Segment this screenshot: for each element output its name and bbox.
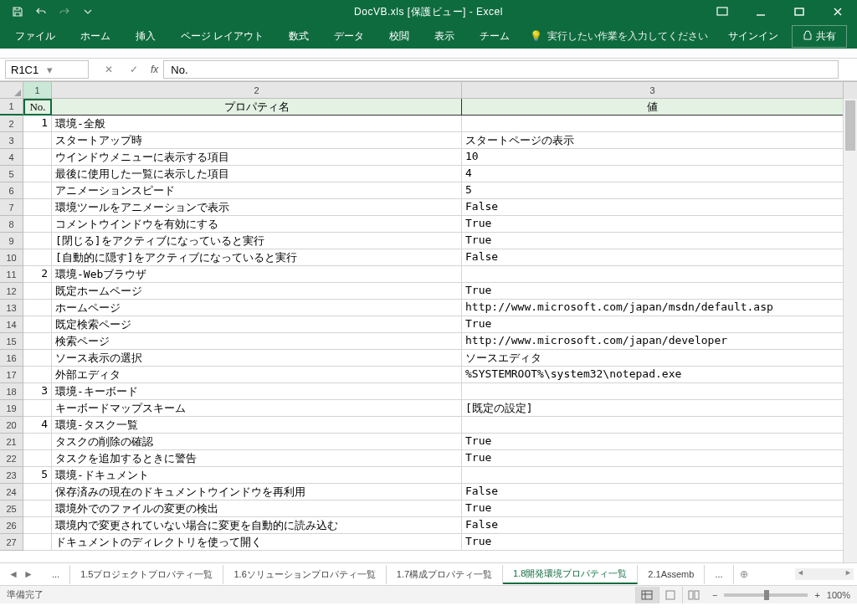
row-header[interactable]: 12: [0, 283, 23, 300]
cancel-icon[interactable]: ✕: [97, 60, 121, 79]
cell-no[interactable]: [23, 249, 52, 266]
row-header[interactable]: 20: [0, 417, 23, 434]
row-header[interactable]: 26: [0, 517, 23, 534]
cell-property[interactable]: ソース表示の選択: [52, 350, 462, 367]
cell-no[interactable]: [23, 149, 52, 166]
customize-qat-icon[interactable]: [77, 1, 99, 23]
sheet-tab[interactable]: 1.7構成プロパティ一覧: [387, 565, 503, 584]
cell-value[interactable]: 10: [462, 149, 844, 166]
page-break-view-icon[interactable]: [682, 587, 706, 603]
cell-property[interactable]: 環境-Webブラウザ: [52, 266, 462, 283]
cell-value[interactable]: %SYSTEMROOT%\system32\notepad.exe: [462, 367, 844, 383]
col-header-1[interactable]: 1: [23, 82, 52, 99]
row-header[interactable]: 27: [0, 534, 23, 551]
enter-icon[interactable]: ✓: [122, 60, 146, 79]
cell-value[interactable]: False: [462, 517, 844, 534]
tell-me-box[interactable]: 💡 実行したい作業を入力してください: [530, 29, 708, 44]
scrollbar-thumb[interactable]: [845, 100, 855, 151]
row-header[interactable]: 15: [0, 333, 23, 350]
select-all-corner[interactable]: [0, 82, 23, 99]
row-header[interactable]: 13: [0, 300, 23, 316]
cell-header-property[interactable]: プロパティ名: [52, 99, 462, 116]
row-header[interactable]: 14: [0, 316, 23, 333]
row-header[interactable]: 10: [0, 249, 23, 266]
cell-header-value[interactable]: 値: [462, 99, 844, 116]
cell-value[interactable]: True: [462, 534, 844, 551]
tab-view[interactable]: 表示: [423, 24, 466, 49]
cell-property[interactable]: 環境内で変更されていない場合に変更を自動的に読み込む: [52, 517, 462, 534]
sheet-tab[interactable]: 1.8開発環境プロパティ一覧: [503, 565, 638, 584]
cell-value[interactable]: True: [462, 501, 844, 517]
cell-property[interactable]: 環境-タスク一覧: [52, 417, 462, 434]
cell-value[interactable]: True: [462, 283, 844, 300]
sheet-tab[interactable]: ...: [705, 565, 733, 584]
cell-value[interactable]: [462, 116, 844, 132]
zoom-in-icon[interactable]: +: [814, 590, 819, 600]
row-header[interactable]: 5: [0, 166, 23, 182]
cell-property[interactable]: 外部エディタ: [52, 367, 462, 383]
cell-value[interactable]: True: [462, 233, 844, 249]
cell-no[interactable]: [23, 316, 52, 333]
row-header[interactable]: 7: [0, 199, 23, 216]
cell-value[interactable]: False: [462, 484, 844, 501]
cell-value[interactable]: True: [462, 434, 844, 450]
cell-no[interactable]: [23, 350, 52, 367]
cell-no[interactable]: [23, 367, 52, 383]
cell-property[interactable]: 最後に使用した一覧に表示した項目: [52, 166, 462, 182]
cell-property[interactable]: ウインドウメニューに表示する項目: [52, 149, 462, 166]
cell-no[interactable]: [23, 400, 52, 417]
cell-no[interactable]: 4: [23, 417, 52, 434]
cell-property[interactable]: ホームページ: [52, 300, 462, 316]
minimize-icon[interactable]: [742, 0, 780, 23]
cell-property[interactable]: 検索ページ: [52, 333, 462, 350]
col-header-3[interactable]: 3: [462, 82, 844, 99]
tab-formulas[interactable]: 数式: [277, 24, 321, 49]
row-header[interactable]: 4: [0, 149, 23, 166]
row-header[interactable]: 24: [0, 484, 23, 501]
cell-value[interactable]: http://www.microsoft.com/japan/msdn/defa…: [462, 300, 844, 316]
cell-property[interactable]: [自動的に隠す]をアクティブになっていると実行: [52, 249, 462, 266]
nav-next-icon[interactable]: ►: [22, 568, 35, 580]
cell-value[interactable]: True: [462, 316, 844, 333]
row-header[interactable]: 17: [0, 367, 23, 383]
cell-no[interactable]: 3: [23, 383, 52, 400]
share-button[interactable]: 共有: [792, 25, 847, 48]
cell-property[interactable]: ドキュメントのディレクトリを使って開く: [52, 534, 462, 551]
cell-property[interactable]: 既定ホームページ: [52, 283, 462, 300]
sheet-tab[interactable]: ...: [42, 565, 70, 584]
cell-no[interactable]: [23, 182, 52, 199]
zoom-slider[interactable]: [724, 593, 808, 597]
cell-no[interactable]: [23, 333, 52, 350]
cell-property[interactable]: タスクを追加するときに警告: [52, 450, 462, 467]
cell-value[interactable]: [462, 266, 844, 283]
cell-property[interactable]: キーボードマップスキーム: [52, 400, 462, 417]
cell-no[interactable]: [23, 450, 52, 467]
row-header[interactable]: 3: [0, 132, 23, 149]
cell-property[interactable]: 既定検索ページ: [52, 316, 462, 333]
cell-no[interactable]: [23, 300, 52, 316]
cell-no[interactable]: [23, 216, 52, 233]
horizontal-scrollbar[interactable]: [795, 568, 854, 580]
sheet-nav-buttons[interactable]: ◄►: [0, 568, 42, 580]
row-header[interactable]: 1: [0, 99, 23, 116]
cell-value[interactable]: True: [462, 450, 844, 467]
cell-property[interactable]: [閉じる]をアクティブになっていると実行: [52, 233, 462, 249]
cell-no[interactable]: [23, 501, 52, 517]
cell-no[interactable]: [23, 283, 52, 300]
cell-property[interactable]: 環境ツールをアニメーションで表示: [52, 199, 462, 216]
cell-value[interactable]: ソースエディタ: [462, 350, 844, 367]
cell-no[interactable]: [23, 166, 52, 182]
cell-value[interactable]: http://www.microsoft.com/japan/developer: [462, 333, 844, 350]
normal-view-icon[interactable]: [635, 587, 659, 603]
tab-home[interactable]: ホーム: [69, 24, 122, 49]
cell-no[interactable]: [23, 434, 52, 450]
tab-team[interactable]: チーム: [468, 24, 521, 49]
cell-no[interactable]: 1: [23, 116, 52, 132]
row-header[interactable]: 8: [0, 216, 23, 233]
save-icon[interactable]: [7, 1, 28, 23]
row-header[interactable]: 22: [0, 450, 23, 467]
zoom-out-icon[interactable]: −: [712, 590, 717, 600]
cell-no[interactable]: [23, 199, 52, 216]
sheet-tab[interactable]: 1.5プロジェクトプロパティ一覧: [70, 565, 223, 584]
cell-property[interactable]: 環境-キーボード: [52, 383, 462, 400]
